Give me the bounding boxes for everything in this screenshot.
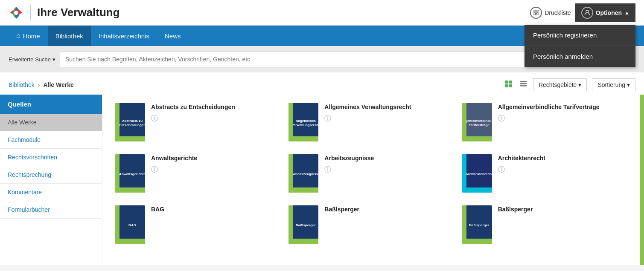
options-button[interactable]: Optionen ▲	[575, 3, 635, 22]
sortierung-dropdown[interactable]: Sortierung ▾	[592, 78, 635, 91]
view-controls: Rechtsgebiete ▾ Sortierung ▾	[504, 78, 635, 91]
svg-rect-13	[520, 85, 527, 86]
book-cover-allgemeinverbindliche[interactable]: Allgemeinverbindliche Tarifverträge	[462, 103, 492, 141]
book-info-allgemeines: Allgemeines Verwaltungsrecht ⓘ	[324, 103, 453, 123]
nav-home[interactable]: ⌂ Home	[9, 26, 48, 46]
header-right: Druckliste Optionen ▲ Persönlich registr…	[530, 3, 635, 22]
nav-home-label: Home	[23, 32, 40, 40]
book-title-arbeitszeugnisse: Arbeitszeugnisse	[324, 154, 453, 162]
svg-rect-10	[509, 84, 512, 87]
book-card-basslsperger2: Baßlsperger Baßlsperger	[462, 205, 627, 244]
book-info-allgemeinverbindliche: Allgemeinverbindliche Tarifverträge ⓘ	[498, 103, 627, 123]
list-view-button[interactable]	[519, 79, 528, 91]
book-cover-allgemeines[interactable]: Allgemeines Verwaltungsrecht	[288, 103, 318, 141]
sidebar-item-fachmodule[interactable]: Fachmodule	[0, 131, 102, 149]
main-content: Quellen Alle Werke Fachmodule Rechtsvors…	[0, 95, 644, 265]
breadcrumb: Bibliothek › Alle Werke	[9, 81, 74, 88]
advanced-search-label: Erweiterte Suche	[9, 56, 51, 63]
print-button[interactable]: Druckliste	[530, 7, 571, 19]
book-cover-arbeitszeugnisse[interactable]: Arbeitszeugnisse	[288, 154, 318, 193]
sidebar-item-rechtsprechung[interactable]: Rechtsprechung	[0, 166, 102, 184]
header-left: Ihre Verwaltung	[9, 5, 120, 20]
book-title-basslsperger1: Baßlsperger	[324, 205, 453, 213]
book-title-architektenrecht: Architektenrecht	[498, 154, 627, 162]
sortierung-chevron-icon: ▾	[627, 81, 630, 88]
book-card-allgemeines-verwaltungsrecht: Allgemeines Verwaltungsrecht Allgemeines…	[288, 103, 453, 141]
advanced-search[interactable]: Erweiterte Suche ▾	[9, 56, 55, 63]
user-icon	[581, 7, 593, 19]
breadcrumb-bar: Bibliothek › Alle Werke Rechtsgebiete ▾ …	[0, 72, 644, 95]
svg-rect-12	[520, 83, 527, 84]
rechtsgebiete-chevron-icon: ▾	[578, 81, 581, 88]
book-info-abstracts: Abstracts zu Entscheidungen ⓘ	[151, 103, 280, 123]
grid-view-button[interactable]	[504, 79, 513, 91]
sidebar-item-formularbucher[interactable]: Formularbücher	[0, 201, 102, 219]
svg-point-6	[586, 10, 589, 13]
nav-inhaltsverzeichnis-label: Inhaltsverzeichnis	[99, 32, 149, 40]
breadcrumb-separator: ›	[38, 81, 40, 88]
print-label: Druckliste	[545, 9, 571, 16]
options-dropdown: Persönlich registrieren Persönlich anmel…	[525, 25, 635, 67]
breadcrumb-parent[interactable]: Bibliothek	[9, 81, 35, 88]
sidebar: Quellen Alle Werke Fachmodule Rechtsvors…	[0, 95, 102, 265]
svg-rect-9	[505, 84, 508, 87]
search-input[interactable]	[60, 51, 572, 67]
book-cover-abstracts[interactable]: Abstracts zu Entscheidungen	[115, 103, 145, 141]
header-title: Ihre Verwaltung	[37, 6, 120, 19]
nav-inhaltsverzeichnis[interactable]: Inhaltsverzeichnis	[91, 26, 157, 46]
breadcrumb-current: Alle Werke	[43, 81, 73, 88]
book-info-basslsperger1: Baßlsperger	[324, 205, 453, 216]
book-card-allgemeinverbindliche: Allgemeinverbindliche Tarifverträge Allg…	[462, 103, 627, 141]
book-title-allgemeinverbindliche: Allgemeinverbindliche Tarifverträge	[498, 103, 627, 111]
book-grid: Abstracts zu Entscheidungen Abstracts zu…	[102, 95, 640, 265]
book-cover-anwaltsgerichte[interactable]: Anwaltsgerichte	[115, 154, 145, 193]
book-card-abstracts: Abstracts zu Entscheidungen Abstracts zu…	[115, 103, 280, 141]
nav-news-label: News	[165, 32, 181, 40]
book-info-icon-allgemeinverbindliche[interactable]: ⓘ	[498, 114, 627, 123]
book-cover-architektenrecht[interactable]: Architektenrecht	[462, 154, 492, 193]
wolters-kluwer-logo	[9, 5, 24, 20]
book-info-icon-anwaltsgerichte[interactable]: ⓘ	[151, 165, 280, 174]
book-card-anwaltsgerichte: Anwaltsgerichte Anwaltsgerichte ⓘ	[115, 154, 280, 193]
book-info-arbeitszeugnisse: Arbeitszeugnisse ⓘ	[324, 154, 453, 174]
sortierung-label: Sortierung	[597, 81, 625, 88]
book-info-icon-allgemeines[interactable]: ⓘ	[324, 114, 453, 123]
home-icon: ⌂	[16, 32, 20, 40]
sidebar-item-rechtsvorschriften[interactable]: Rechtsvorschriften	[0, 149, 102, 166]
options-label: Optionen	[596, 9, 622, 16]
book-title-anwaltsgerichte: Anwaltsgerichte	[151, 154, 280, 162]
book-info-icon-architektenrecht[interactable]: ⓘ	[498, 165, 627, 174]
nav-bibliothek[interactable]: Bibliothek	[48, 26, 91, 46]
login-item[interactable]: Persönlich anmelden	[525, 46, 635, 67]
book-cover-basslsperger1[interactable]: Baßlsperger	[288, 205, 318, 244]
nav-news[interactable]: News	[157, 26, 189, 46]
chevron-down-icon: ▾	[52, 56, 55, 63]
svg-rect-2	[534, 10, 538, 12]
book-cover-bag[interactable]: BAG	[115, 205, 145, 244]
svg-rect-5	[535, 14, 536, 14]
svg-point-1	[14, 11, 18, 15]
book-info-icon-abstracts[interactable]: ⓘ	[151, 114, 280, 123]
book-info-architektenrecht: Architektenrecht ⓘ	[498, 154, 627, 174]
book-info-icon-arbeitszeugnisse[interactable]: ⓘ	[324, 165, 453, 174]
header: Ihre Verwaltung Druckliste Optionen	[0, 0, 644, 26]
print-icon	[530, 7, 542, 19]
sidebar-header: Quellen	[0, 95, 102, 114]
book-card-basslsperger1: Baßlsperger Baßlsperger	[288, 205, 453, 244]
logo-divider	[30, 5, 31, 20]
book-cover-basslsperger2[interactable]: Baßlsperger	[462, 205, 492, 244]
book-card-bag: BAG BAG	[115, 205, 280, 244]
register-item[interactable]: Persönlich registrieren	[525, 25, 635, 46]
rechtsgebiete-dropdown[interactable]: Rechtsgebiete ▾	[533, 78, 587, 91]
sidebar-item-alle-werke[interactable]: Alle Werke	[0, 114, 102, 131]
book-card-architektenrecht: Architektenrecht Architektenrecht ⓘ	[462, 154, 627, 193]
sidebar-item-kommentare[interactable]: Kommentare	[0, 184, 102, 201]
book-info-bag: BAG	[151, 205, 280, 216]
book-title-bag: BAG	[151, 205, 280, 213]
book-title-basslsperger2: Baßlsperger	[498, 205, 627, 213]
green-accent-bar	[640, 95, 644, 265]
chevron-up-icon: ▲	[624, 10, 629, 16]
book-info-anwaltsgerichte: Anwaltsgerichte ⓘ	[151, 154, 280, 174]
book-card-arbeitszeugnisse: Arbeitszeugnisse Arbeitszeugnisse ⓘ	[288, 154, 453, 193]
nav-bibliothek-label: Bibliothek	[55, 32, 83, 40]
